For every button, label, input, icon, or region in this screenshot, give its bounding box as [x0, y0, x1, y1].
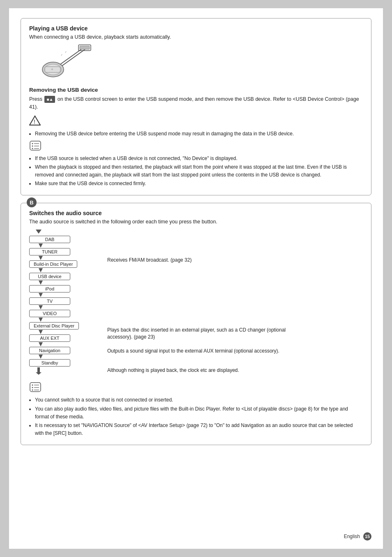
svg-rect-13 — [30, 141, 41, 150]
desc-ext-disc: Plays back the disc inserted in an exter… — [107, 327, 309, 341]
svg-point-35 — [32, 387, 33, 388]
desc-tuner: Receives FM/AM broadcast. (page 32) — [107, 257, 309, 264]
flow-box-usb: USB device — [29, 273, 70, 280]
flow-arrow-8 — [38, 330, 43, 334]
section-a: Playing a USB device When connecting a U… — [21, 18, 371, 195]
flow-box-aux: AUX EXT — [29, 334, 70, 342]
note-bullet-b-2: You can also play audio files, video fil… — [35, 405, 363, 421]
svg-marker-26 — [39, 305, 43, 309]
svg-point-16 — [32, 148, 33, 149]
footer-lang: English — [344, 534, 360, 539]
section-b: B Switches the audio source The audio so… — [21, 203, 371, 445]
removing-text: Press ■▲ on the USB control screen to en… — [29, 95, 363, 111]
flow-arrow-1 — [38, 244, 43, 248]
flow-arrow-9 — [38, 342, 43, 346]
svg-point-36 — [32, 390, 33, 391]
section-b-subtitle: The audio source is switched in the foll… — [29, 219, 363, 225]
removing-title: Removing the USB device — [29, 87, 363, 93]
flow-arrow-6 — [38, 305, 43, 309]
note-bullets-b: You cannot switch to a source that is no… — [35, 396, 363, 437]
svg-point-15 — [32, 145, 33, 146]
flow-arrow-3 — [38, 268, 43, 272]
note-bullet-b-1: You cannot switch to a source that is no… — [35, 396, 363, 404]
page: Playing a USB device When connecting a U… — [9, 8, 383, 549]
note-icon — [29, 140, 363, 153]
svg-marker-20 — [36, 230, 42, 234]
svg-marker-21 — [39, 244, 43, 248]
desc-aux: Outputs a sound signal input to the exte… — [107, 348, 309, 355]
desc-spacer-1 — [107, 229, 309, 257]
flow-box-video: VIDEO — [29, 310, 70, 317]
svg-rect-3 — [80, 46, 90, 49]
svg-text:!: ! — [34, 118, 35, 125]
svg-marker-22 — [39, 256, 43, 260]
desc-column: Receives FM/AM broadcast. (page 32) Play… — [107, 229, 309, 374]
note-icon-b — [29, 382, 363, 395]
svg-marker-30 — [39, 355, 43, 359]
flow-column: DAB TUNER Build-in Disc Player USB devic… — [29, 229, 95, 376]
flow-box-tuner: TUNER — [29, 248, 70, 255]
section-b-notes: You cannot switch to a source that is no… — [29, 382, 363, 437]
flow-box-ext-disc: External Disc Player — [29, 322, 79, 330]
desc-standby: Although nothing is played back, the clo… — [107, 367, 309, 374]
section-a-title: Playing a USB device — [29, 25, 363, 32]
desc-spacer-2 — [107, 264, 309, 327]
note-bullets-a: If the USB source is selected when a USB… — [35, 155, 363, 188]
svg-line-9 — [65, 51, 66, 53]
desc-spacer-4 — [107, 355, 309, 367]
svg-marker-25 — [39, 293, 43, 297]
section-b-badge: B — [27, 197, 37, 207]
page-footer: English 15 — [344, 532, 371, 541]
svg-point-14 — [32, 143, 33, 144]
flow-box-standby: Standby — [29, 359, 70, 367]
desc-spacer-3 — [107, 341, 309, 348]
page-number: 15 — [363, 532, 371, 541]
svg-marker-23 — [39, 268, 43, 272]
usb-illustration: + — [33, 44, 107, 81]
usb-button-inline: ■▲ — [44, 96, 55, 103]
svg-text:+: + — [51, 67, 53, 72]
warning-icon: ! — [29, 115, 363, 128]
flow-arrow-4 — [38, 281, 43, 285]
note-bullet-b-3: It is necessary to set "NAVIGATION Sourc… — [35, 422, 363, 437]
flow-box-ipod: iPod — [29, 285, 70, 292]
note-bullet-a-3: Make sure that the USB device is connect… — [35, 180, 363, 188]
flow-box-nav: Navigation — [29, 347, 70, 354]
section-b-title: Switches the audio source — [29, 210, 363, 216]
svg-line-8 — [61, 54, 62, 56]
svg-rect-33 — [30, 383, 41, 392]
note-bullet-a-2: When the playback is stopped and then re… — [35, 163, 363, 179]
flow-and-desc: DAB TUNER Build-in Disc Player USB devic… — [29, 229, 363, 376]
warning-bullets: Removing the USB device before entering … — [35, 130, 363, 138]
removing-text-before: Press — [29, 96, 42, 102]
svg-marker-29 — [39, 342, 43, 346]
svg-rect-31 — [37, 367, 40, 373]
svg-marker-27 — [39, 318, 43, 322]
note-bullet-a-1: If the USB source is selected when a USB… — [35, 155, 363, 162]
flow-arrow-7 — [38, 318, 43, 322]
svg-marker-28 — [39, 330, 43, 334]
svg-marker-32 — [36, 372, 42, 375]
section-a-subtitle: When connecting a USB device, playback s… — [29, 34, 363, 40]
flow-box-dab: DAB — [29, 236, 70, 243]
flow-box-builtin: Build-in Disc Player — [29, 260, 77, 268]
svg-marker-24 — [39, 281, 43, 285]
warning-bullet-1: Removing the USB device before entering … — [35, 130, 363, 138]
flow-box-tv: TV — [29, 297, 70, 305]
flow-arrow-2 — [38, 256, 43, 260]
flow-arrow-10 — [38, 355, 43, 359]
removing-text-after: on the USB control screen to enter the U… — [29, 96, 359, 110]
svg-point-34 — [32, 385, 33, 386]
flow-arrow-5 — [38, 293, 43, 297]
